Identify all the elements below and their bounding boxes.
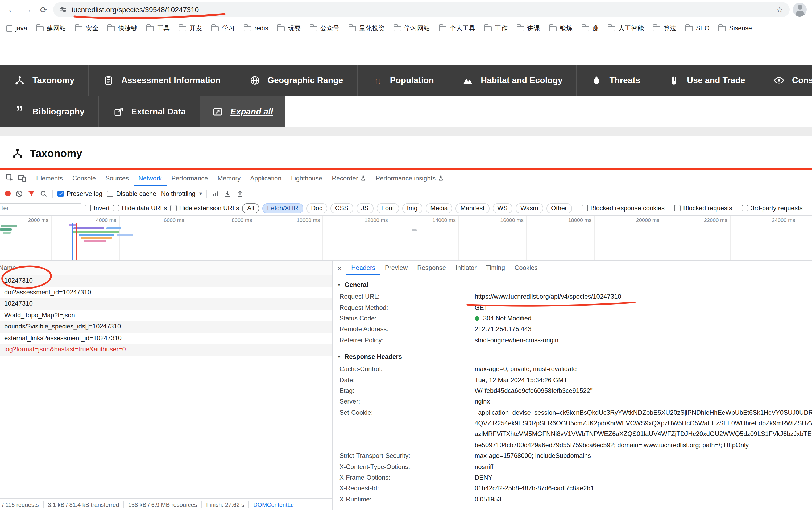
bookmark-item[interactable]: java [6, 25, 27, 32]
nav-item-taxonomy[interactable]: Taxonomy [0, 65, 89, 96]
import-har-icon[interactable] [224, 190, 232, 197]
search-icon[interactable] [40, 190, 47, 197]
tab-application[interactable]: Application [245, 170, 286, 186]
blocked-requests-checkbox[interactable]: Blocked requests [674, 204, 732, 212]
bookmark-star-icon[interactable]: ☆ [776, 5, 783, 15]
request-row-error[interactable]: log?format=json&hasfast=true&authuser=0 [0, 344, 332, 356]
nav-item-population[interactable]: ↑↓ Population [358, 65, 448, 96]
address-bar[interactable]: iucnredlist.org/species/39548/10247310 ☆ [53, 2, 790, 17]
disable-cache-checkbox[interactable]: Disable cache [107, 190, 156, 197]
bookmark-item[interactable]: SEO [685, 25, 710, 32]
nav-item-use-and-trade[interactable]: Use and Trade [655, 65, 760, 96]
bookmark-item[interactable]: 量化投资 [349, 24, 385, 33]
inspect-icon[interactable] [6, 174, 14, 182]
filter-funnel-icon[interactable] [28, 190, 35, 197]
request-row[interactable]: external_links?assessment_id=10247310 [0, 333, 332, 344]
site-settings-icon[interactable] [60, 6, 67, 13]
filter-type-font[interactable]: Font [377, 203, 399, 213]
nav-item-geographic-range[interactable]: Geographic Range [235, 65, 358, 96]
throttling-dropdown[interactable]: No throttling ▾ [161, 190, 202, 197]
request-row[interactable]: doi?assessment_id=10247310 [0, 287, 332, 298]
nav-item-assessment-information[interactable]: Assessment Information [89, 65, 235, 96]
tab-elements[interactable]: Elements [31, 170, 67, 186]
bookmark-item[interactable]: Sisense [719, 25, 752, 32]
filter-type-doc[interactable]: Doc [306, 203, 327, 213]
bookmark-item[interactable]: 学习网站 [394, 24, 430, 33]
tab-sources[interactable]: Sources [100, 170, 133, 186]
nav-item-habitat-and-ecology[interactable]: Habitat and Ecology [448, 65, 577, 96]
export-har-icon[interactable] [237, 190, 244, 197]
tab-performance[interactable]: Performance [167, 170, 213, 186]
tab-preview[interactable]: Preview [380, 261, 412, 275]
device-toolbar-icon[interactable] [18, 174, 26, 182]
profile-avatar[interactable] [793, 3, 807, 17]
checkbox-label: Blocked requests [683, 204, 732, 212]
general-section-header[interactable]: ▼ General [333, 278, 812, 291]
tab-response[interactable]: Response [412, 261, 451, 275]
clear-icon[interactable] [16, 190, 23, 197]
filter-type-all[interactable]: All [242, 203, 259, 213]
nav-item-external-data[interactable]: External Data [99, 96, 200, 127]
invert-checkbox[interactable]: Invert [85, 204, 110, 212]
back-icon[interactable]: ← [5, 3, 18, 16]
request-row[interactable]: 10247310 [0, 298, 332, 310]
third-party-requests-checkbox[interactable]: 3rd-party requests [742, 204, 803, 212]
request-name-column-header[interactable]: Name [0, 261, 332, 275]
request-row[interactable]: bounds/?visible_species_ids[]=10247310 [0, 321, 332, 333]
expand-all-button[interactable]: Expand all [200, 96, 285, 127]
bookmark-item[interactable]: 工作 [484, 24, 508, 33]
filter-input[interactable] [0, 203, 82, 213]
bookmark-item[interactable]: 建网站 [36, 24, 66, 33]
preserve-log-checkbox[interactable]: Preserve log [57, 190, 102, 197]
bookmark-item[interactable]: 算法 [653, 24, 676, 33]
nav-item-bibliography[interactable]: ” Bibliography [0, 96, 99, 127]
bookmark-item[interactable]: 工具 [146, 24, 170, 33]
network-overview-timeline[interactable]: 2000 ms 4000 ms 6000 ms 8000 ms 10000 ms… [0, 216, 812, 261]
filter-type-js[interactable]: JS [356, 203, 373, 213]
filter-type-img[interactable]: Img [402, 203, 422, 213]
tab-headers[interactable]: Headers [347, 261, 380, 275]
reload-icon[interactable]: ⟳ [37, 3, 50, 16]
request-headers-section-header[interactable]: ▼ Request Headers [333, 506, 812, 510]
hide-extension-urls-checkbox[interactable]: Hide extension URLs [170, 204, 239, 212]
filter-type-manifest[interactable]: Manifest [456, 203, 489, 213]
request-row[interactable]: 10247310 [0, 275, 332, 287]
nav-item-threats[interactable]: Threats [577, 65, 655, 96]
bookmark-item[interactable]: 赚 [581, 24, 599, 33]
filter-type-fetch-xhr[interactable]: Fetch/XHR [262, 203, 303, 213]
tab-network[interactable]: Network [133, 170, 167, 186]
record-icon[interactable] [5, 191, 11, 196]
bookmark-item[interactable]: 开发 [179, 24, 202, 33]
tab-timing[interactable]: Timing [481, 261, 510, 275]
bookmark-item[interactable]: 学习 [211, 24, 235, 33]
tab-cookies[interactable]: Cookies [510, 261, 542, 275]
bookmark-item[interactable]: 安全 [75, 24, 98, 33]
tab-memory[interactable]: Memory [213, 170, 246, 186]
tab-console[interactable]: Console [67, 170, 100, 186]
blocked-response-cookies-checkbox[interactable]: Blocked response cookies [581, 204, 665, 212]
tab-lighthouse[interactable]: Lighthouse [286, 170, 327, 186]
request-row[interactable]: World_Topo_Map?f=json [0, 310, 332, 321]
filter-type-wasm[interactable]: Wasm [516, 203, 543, 213]
tab-recorder[interactable]: Recorder [327, 170, 371, 186]
bookmark-item[interactable]: 玩耍 [277, 24, 301, 33]
close-icon[interactable]: × [333, 263, 347, 272]
tab-initiator[interactable]: Initiator [451, 261, 481, 275]
hide-data-urls-checkbox[interactable]: Hide data URLs [113, 204, 167, 212]
bookmark-item[interactable]: 人工智能 [608, 24, 644, 33]
response-headers-section-header[interactable]: ▼ Response Headers [333, 350, 812, 364]
bookmark-item[interactable]: 锻炼 [549, 24, 573, 33]
filter-type-css[interactable]: CSS [330, 203, 353, 213]
nav-item-conservation[interactable]: Conserva [760, 65, 812, 96]
filter-type-other[interactable]: Other [546, 203, 572, 213]
filter-type-media[interactable]: Media [425, 203, 452, 213]
bookmark-item[interactable]: 讲课 [517, 24, 540, 33]
bookmark-item[interactable]: 个人工具 [439, 24, 475, 33]
filter-type-ws[interactable]: WS [492, 203, 512, 213]
bookmark-item[interactable]: redis [244, 25, 268, 32]
network-conditions-icon[interactable] [212, 190, 219, 197]
bookmark-item[interactable]: 公众号 [310, 24, 339, 33]
tab-performance-insights[interactable]: Performance insights [371, 170, 448, 186]
bookmark-item[interactable]: 快捷键 [108, 24, 137, 33]
forward-icon[interactable]: → [21, 3, 34, 16]
